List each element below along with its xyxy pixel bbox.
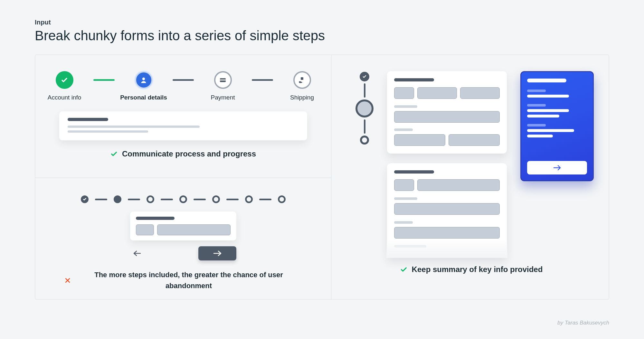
svg-rect-3 bbox=[301, 77, 303, 80]
panel-caption: Keep summary of key info provided bbox=[332, 265, 609, 274]
stepper-step-label: Personal details bbox=[120, 94, 167, 101]
stepper-connector bbox=[194, 199, 206, 200]
stepper-connector bbox=[252, 79, 273, 81]
step-dot-pending bbox=[147, 195, 154, 203]
form-card-stack bbox=[387, 71, 507, 257]
svg-point-0 bbox=[142, 77, 145, 80]
back-button[interactable] bbox=[130, 249, 144, 258]
stepper-step-label: Payment bbox=[211, 94, 235, 101]
stepper-connector bbox=[95, 199, 107, 200]
step-dot-pending bbox=[245, 195, 253, 203]
form-card bbox=[387, 163, 507, 257]
step-dot-pending bbox=[212, 195, 220, 203]
step-dot-current bbox=[114, 195, 121, 203]
svg-rect-2 bbox=[220, 80, 226, 80]
hand-box-icon bbox=[293, 71, 311, 89]
stepper-connector bbox=[93, 79, 115, 81]
panel-caption-text: Keep summary of key info provided bbox=[412, 265, 543, 274]
form-card bbox=[387, 71, 507, 154]
stepper-connector bbox=[259, 199, 271, 200]
card-icon bbox=[214, 71, 232, 89]
eyebrow-label: Input bbox=[35, 19, 609, 26]
check-icon bbox=[110, 150, 118, 157]
stepper-step-label: Shipping bbox=[290, 94, 314, 101]
step-dot-pending bbox=[278, 195, 286, 203]
cross-icon bbox=[64, 277, 71, 284]
stepper-connector bbox=[161, 199, 173, 200]
form-nav bbox=[130, 246, 236, 260]
examples-grid: Account info Personal details bbox=[35, 54, 609, 300]
panel-caption-text: Communicate process and progress bbox=[122, 149, 256, 158]
page-title: Break chunky forms into a series of simp… bbox=[35, 28, 609, 43]
step-dot-current bbox=[355, 99, 374, 118]
panel-caption: Communicate process and progress bbox=[35, 149, 331, 158]
stepper-step-payment: Payment bbox=[194, 71, 252, 101]
step-dot-done bbox=[360, 72, 369, 81]
form-card-placeholder bbox=[59, 111, 307, 140]
stepper-step-shipping: Shipping bbox=[273, 71, 331, 101]
example-panel-too-many-steps: The more steps included, the greater the… bbox=[35, 178, 331, 300]
step-dot-done bbox=[81, 195, 89, 203]
stepper-named: Account info Personal details bbox=[35, 71, 331, 101]
next-button[interactable] bbox=[198, 246, 236, 260]
check-icon bbox=[400, 266, 407, 273]
stepper-step-label: Account info bbox=[48, 94, 81, 101]
example-panel-summary: Keep summary of key info provided bbox=[332, 55, 609, 300]
example-panel-progress: Account info Personal details bbox=[35, 55, 331, 178]
person-icon bbox=[135, 71, 153, 89]
stepper-connector bbox=[364, 83, 365, 98]
panel-caption-text: The more steps included, the greater the… bbox=[75, 269, 302, 291]
summary-card bbox=[520, 71, 594, 181]
panel-caption: The more steps included, the greater the… bbox=[35, 269, 331, 291]
check-icon bbox=[56, 71, 73, 89]
step-dot-pending bbox=[360, 136, 369, 145]
stepper-connector bbox=[128, 199, 140, 200]
summary-continue-button[interactable] bbox=[527, 161, 587, 174]
step-dot-pending bbox=[179, 195, 187, 203]
stepper-step-account-info: Account info bbox=[35, 71, 93, 101]
byline: by Taras Bakusevych bbox=[557, 320, 609, 326]
stepper-step-personal-details: Personal details bbox=[115, 71, 173, 101]
stepper-vertical bbox=[355, 72, 374, 145]
stepper-many-dots bbox=[35, 195, 331, 203]
stepper-connector bbox=[226, 199, 239, 200]
stepper-connector bbox=[364, 119, 365, 134]
stepper-connector bbox=[173, 79, 194, 81]
form-card-small bbox=[130, 212, 236, 240]
